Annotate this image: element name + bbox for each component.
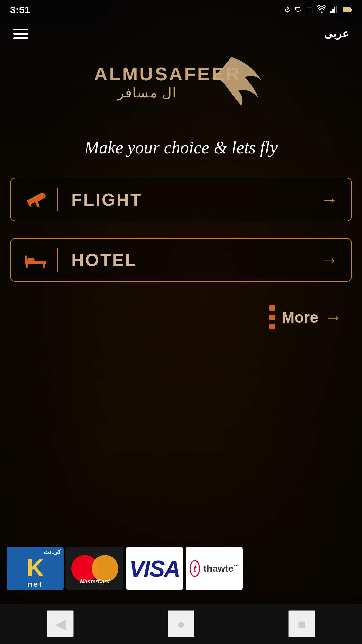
- more-dots: [269, 305, 275, 329]
- svg-rect-5: [351, 9, 352, 11]
- hotel-icon: [24, 249, 47, 271]
- language-button[interactable]: عربى: [324, 27, 349, 40]
- logo-text: ALMUSAFEER ال مسافر: [90, 54, 272, 107]
- tagline-text: Make your choice & lets fly: [84, 138, 278, 157]
- visa-text: VISA: [129, 555, 180, 582]
- svg-rect-1: [332, 9, 334, 13]
- battery-icon: [343, 6, 352, 14]
- navigation-bar: ◀ ● ■: [0, 604, 362, 644]
- logo-area: ALMUSAFEER ال مسافر: [0, 54, 362, 107]
- thawte-logo: t thawte™: [186, 547, 243, 590]
- brand-logo: ALMUSAFEER ال مسافر: [90, 54, 272, 107]
- wifi-icon: [317, 5, 326, 15]
- thawte-icon: t: [190, 560, 200, 577]
- recents-button[interactable]: ■: [288, 610, 315, 637]
- svg-rect-0: [330, 11, 332, 13]
- svg-rect-6: [343, 8, 350, 11]
- status-icons: ⚙ 🛡 ▦: [284, 5, 352, 15]
- logo-container: ALMUSAFEER ال مسافر: [90, 54, 272, 107]
- svg-text:ال مسافر: ال مسافر: [117, 85, 177, 101]
- more-label: More: [282, 308, 318, 326]
- more-arrow: →: [325, 308, 342, 327]
- status-bar: 3:51 ⚙ 🛡 ▦: [0, 0, 362, 20]
- svg-rect-2: [334, 7, 335, 13]
- knet-net: net: [28, 580, 43, 589]
- settings-icon: ⚙: [284, 6, 291, 14]
- dot-3: [269, 324, 275, 329]
- dot-1: [269, 305, 275, 311]
- svg-rect-12: [26, 264, 27, 268]
- shield-icon: 🛡: [295, 6, 302, 14]
- button-divider: [57, 188, 58, 211]
- svg-rect-13: [43, 264, 45, 268]
- mastercard-logo: MasterCard: [66, 547, 123, 590]
- signal-icon: [330, 5, 339, 15]
- knet-logo: كي.نت K net: [7, 547, 64, 590]
- hotel-button[interactable]: HOTEL →: [10, 238, 352, 282]
- svg-rect-3: [336, 6, 337, 13]
- back-button[interactable]: ◀: [47, 610, 74, 637]
- payment-area: كي.نت K net MasterCard VISA t thawte™: [0, 547, 362, 590]
- header: عربى: [0, 20, 362, 47]
- svg-rect-10: [27, 258, 34, 262]
- button-divider-2: [57, 248, 58, 272]
- hotel-label: HOTEL: [71, 250, 321, 270]
- hotel-arrow: →: [321, 250, 338, 270]
- status-time: 3:51: [10, 4, 30, 16]
- tagline-area: Make your choice & lets fly: [0, 138, 362, 157]
- thawte-text: thawte™: [203, 563, 239, 574]
- buttons-area: FLIGHT → HOTEL →: [10, 178, 352, 299]
- plane-icon: [24, 188, 47, 211]
- dot-2: [269, 315, 275, 320]
- hamburger-menu[interactable]: [13, 29, 28, 39]
- home-button[interactable]: ●: [168, 610, 194, 637]
- knet-k-letter: K: [26, 556, 44, 580]
- flight-label: FLIGHT: [71, 190, 321, 210]
- mc-yellow-circle: [92, 555, 118, 582]
- mastercard-text: MasterCard: [71, 579, 118, 585]
- svg-rect-11: [25, 255, 27, 264]
- more-section[interactable]: More →: [269, 305, 342, 329]
- flight-button[interactable]: FLIGHT →: [10, 178, 352, 221]
- visa-logo: VISA: [126, 547, 183, 590]
- flight-arrow: →: [321, 190, 338, 209]
- sim-icon: ▦: [306, 6, 313, 14]
